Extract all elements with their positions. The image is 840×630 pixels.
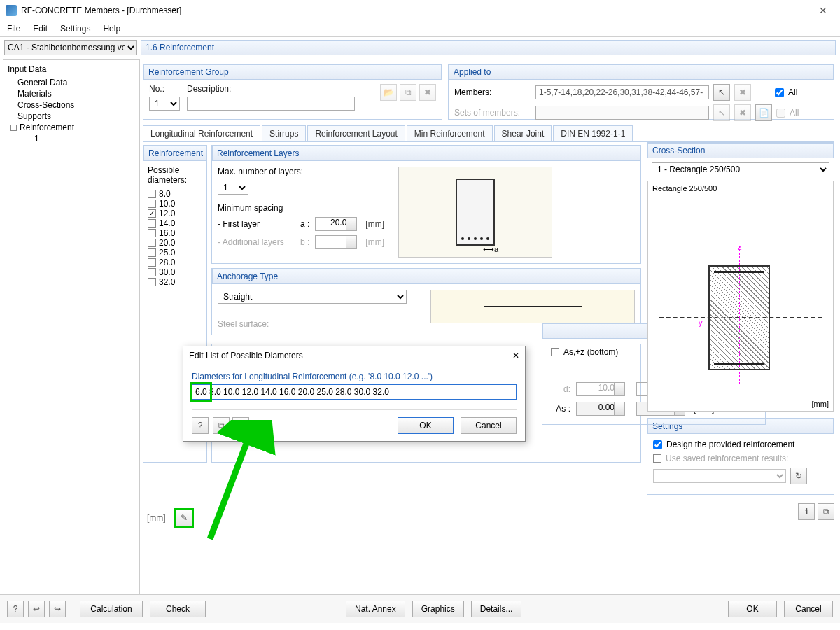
tab-longitudinal[interactable]: Longitudinal Reinforcement: [143, 125, 260, 141]
info-icon[interactable]: ℹ: [798, 503, 815, 520]
diameter-check[interactable]: [148, 200, 156, 208]
diameter-check[interactable]: [148, 219, 156, 227]
rg-desc-input[interactable]: [187, 97, 355, 111]
menu-settings[interactable]: Settings: [60, 24, 90, 34]
nav-supports[interactable]: Supports: [10, 111, 136, 122]
design-check[interactable]: [653, 440, 662, 449]
dialog-cancel-button[interactable]: Cancel: [461, 417, 517, 434]
details-button[interactable]: Details...: [471, 601, 522, 617]
graphics-button[interactable]: Graphics: [412, 601, 464, 617]
diameter-check[interactable]: [148, 258, 156, 267]
diameter-item[interactable]: 20.0: [148, 238, 202, 248]
at-all-label: All: [788, 88, 797, 97]
diameter-check[interactable]: [148, 248, 156, 257]
tab-bar: Longitudinal Reinforcement Stirrups Rein…: [143, 125, 834, 142]
app-icon: [6, 5, 17, 16]
rg-no-label: No.:: [149, 84, 180, 94]
cs-select[interactable]: 1 - Rectangle 250/500: [652, 162, 830, 176]
dialog-title: Edit List of Possible Diameters: [189, 351, 303, 360]
reinf-header: Reinforcement: [144, 146, 206, 161]
menu-help[interactable]: Help: [103, 24, 120, 34]
at-sets-clear-icon[interactable]: ✖: [734, 104, 751, 121]
diameter-item[interactable]: 30.0: [148, 267, 202, 277]
window-title: RF-CONCRETE Members - [Durchmesser]: [21, 6, 181, 15]
anchor-select[interactable]: Straight: [218, 290, 407, 304]
diameter-value: 16.0: [159, 228, 175, 238]
diameter-item[interactable]: 32.0: [148, 277, 202, 287]
diameter-item[interactable]: 8.0: [148, 189, 202, 199]
diameter-item[interactable]: ✓12.0: [148, 209, 202, 218]
diameter-item[interactable]: 10.0: [148, 199, 202, 209]
at-sets-pick-icon[interactable]: ↖: [713, 104, 730, 121]
at-pick-icon[interactable]: ↖: [713, 84, 730, 101]
help-button[interactable]: ?: [7, 601, 24, 617]
at-members-all-check[interactable]: [775, 88, 784, 97]
detail-icon[interactable]: ⧉: [818, 503, 834, 520]
diameter-item[interactable]: 28.0: [148, 258, 202, 267]
close-icon[interactable]: ✕: [812, 2, 834, 19]
diameter-check[interactable]: ✓: [148, 209, 156, 218]
saved-refresh-icon[interactable]: ↻: [790, 468, 807, 484]
diameter-check[interactable]: [148, 190, 156, 198]
nav-materials[interactable]: Materials: [10, 88, 136, 99]
case-select[interactable]: CA1 - Stahlbetonbemessung vo: [4, 40, 137, 55]
next-button[interactable]: ↪: [49, 601, 66, 617]
dialog-paste-icon[interactable]: ⧉: [232, 417, 249, 434]
max-layers-select[interactable]: 1: [218, 181, 248, 195]
at-members-label: Members:: [454, 88, 531, 97]
menu-file[interactable]: File: [7, 24, 20, 34]
diameter-item[interactable]: 16.0: [148, 228, 202, 238]
asz-check[interactable]: [551, 348, 559, 356]
rg-delete-icon[interactable]: ✖: [419, 84, 436, 101]
diameter-value: 25.0: [159, 248, 175, 258]
nav-cross-sections[interactable]: Cross-Sections: [10, 99, 136, 111]
diameter-item[interactable]: 25.0: [148, 248, 202, 258]
steel-surface-label: Steel surface:: [218, 319, 421, 329]
dialog-input[interactable]: [192, 384, 517, 400]
tree-collapse-icon[interactable]: −: [10, 125, 17, 131]
menu-edit[interactable]: Edit: [33, 24, 48, 34]
dialog-close-icon[interactable]: ✕: [512, 351, 519, 360]
asz-label: As,+z (bottom): [564, 347, 618, 357]
panel-settings: Settings Design the provided reinforceme…: [647, 418, 834, 495]
edit-diameters-button[interactable]: ✎: [176, 510, 192, 526]
nat-annex-button[interactable]: Nat. Annex: [346, 601, 405, 617]
design-label: Design the provided reinforcement: [666, 440, 794, 449]
case-toolbar: CA1 - Stahlbetonbemessung vo 1.6 Reinfor…: [0, 37, 840, 58]
diameter-list: 8.010.0✓12.014.016.020.025.028.030.032.0: [148, 189, 202, 287]
nav-reinforcement[interactable]: − Reinforcement: [10, 122, 136, 133]
diameter-check[interactable]: [148, 239, 156, 247]
rg-copy-icon[interactable]: ⧉: [400, 84, 416, 101]
diameter-check[interactable]: [148, 278, 156, 286]
nav-header: Input Data: [6, 63, 136, 76]
tab-min[interactable]: Min Reinforcement: [407, 125, 493, 141]
dialog-help-icon[interactable]: ?: [192, 417, 209, 434]
nav-reinforcement-1[interactable]: 1: [10, 133, 136, 144]
ok-button[interactable]: OK: [728, 601, 777, 617]
at-members-input[interactable]: [536, 85, 709, 99]
layers-header: Reinforcement Layers: [212, 146, 640, 161]
diameter-check[interactable]: [148, 229, 156, 237]
nav-reinforcement-label: Reinforcement: [20, 122, 74, 132]
saved-check: [653, 454, 662, 463]
tab-din[interactable]: DIN EN 1992-1-1: [553, 125, 633, 141]
tab-stirrups[interactable]: Stirrups: [262, 125, 306, 141]
rg-open-icon[interactable]: 📂: [380, 84, 397, 101]
nav-general-data[interactable]: General Data: [10, 77, 136, 88]
at-clear-icon[interactable]: ✖: [734, 84, 751, 101]
calculation-button[interactable]: Calculation: [80, 601, 143, 617]
at-sets-new-icon[interactable]: 📄: [755, 104, 772, 121]
check-button[interactable]: Check: [150, 601, 206, 617]
diameter-item[interactable]: 14.0: [148, 218, 202, 228]
dialog-copy-icon[interactable]: ⧉: [213, 417, 230, 434]
a-spin[interactable]: 20.0: [315, 217, 357, 231]
prev-button[interactable]: ↩: [28, 601, 45, 617]
mm-bar: [mm] ✎: [143, 505, 641, 531]
rg-no-select[interactable]: 1: [149, 97, 180, 111]
tab-layout[interactable]: Reinforcement Layout: [307, 125, 405, 141]
dialog-ok-button[interactable]: OK: [398, 417, 454, 434]
cs-preview: Rectangle 250/500 z y [mm]: [648, 181, 834, 412]
tab-shear[interactable]: Shear Joint: [494, 125, 552, 141]
cancel-button[interactable]: Cancel: [784, 601, 833, 617]
diameter-check[interactable]: [148, 268, 156, 276]
